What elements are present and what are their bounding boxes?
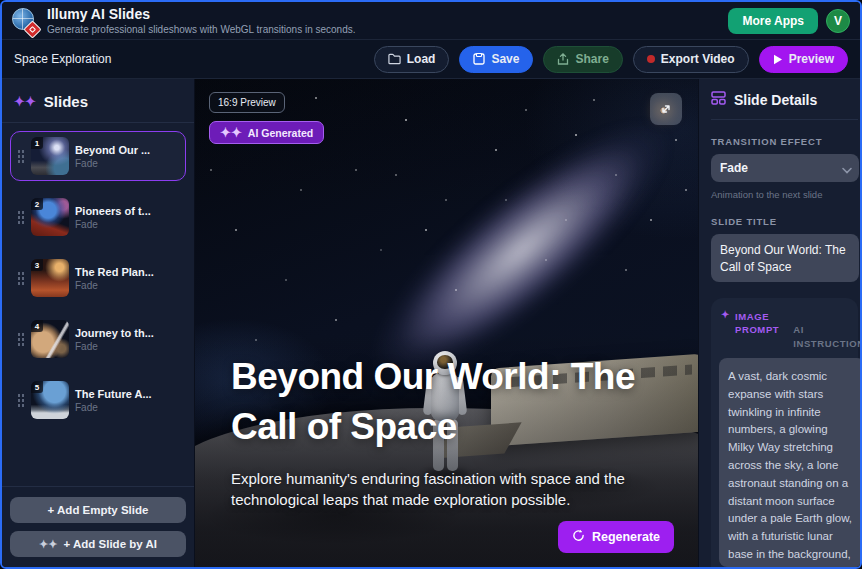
slide-item-transition: Fade [75, 341, 154, 352]
slide-thumbnail: 1 [31, 137, 69, 175]
slide-number-badge: 5 [31, 381, 43, 393]
slide-item-transition: Fade [75, 402, 152, 413]
slide-title-label: SLIDE TITLE [711, 216, 860, 227]
prompt-tabs: ✦ IMAGE PROMPT AI INSTRUCTIONS [719, 308, 850, 358]
slide-list-item-3[interactable]: 3 The Red Plan... Fade [10, 253, 186, 303]
project-name: Space Exploration [14, 52, 111, 66]
export-video-button[interactable]: Export Video [633, 46, 749, 73]
transition-select[interactable]: Fade [711, 154, 859, 182]
slide-list-item-1[interactable]: 1 Beyond Our ... Fade [10, 131, 186, 181]
preview-button[interactable]: Preview [759, 46, 848, 73]
app-logo-icon [12, 8, 38, 34]
save-button[interactable]: Save [459, 46, 533, 73]
app-header: Illumy AI Slides Generate professional s… [2, 2, 860, 40]
slide-item-title: Journey to th... [75, 327, 154, 339]
slides-panel-footer: + Add Empty Slide ✦✦ + Add Slide by AI [2, 486, 194, 567]
sparkles-icon: ✦✦ [39, 539, 57, 550]
slide-headline: Beyond Our World: The Call of Space [231, 352, 651, 452]
play-icon [773, 54, 783, 65]
refresh-icon [572, 529, 585, 545]
sparkles-icon: ✦✦ [14, 95, 36, 108]
avatar[interactable]: V [826, 9, 850, 33]
slide-thumbnail: 5 [31, 381, 69, 419]
drag-handle-icon[interactable] [17, 393, 25, 407]
slide-item-title: The Red Plan... [75, 266, 154, 278]
layout-icon [711, 91, 726, 108]
sparkles-icon: ✦✦ [220, 126, 242, 139]
slide-subtext: Explore humanity's enduring fascination … [231, 468, 631, 512]
prompt-card: ✦ IMAGE PROMPT AI INSTRUCTIONS A vast, d… [711, 298, 858, 567]
transition-effect-label: TRANSITION EFFECT [711, 136, 860, 147]
app-title: Illumy AI Slides [47, 6, 356, 22]
upload-icon [557, 53, 569, 66]
sparkles-icon: ✦ [721, 310, 730, 320]
save-icon [473, 53, 485, 65]
folder-icon [388, 53, 401, 65]
slides-panel-title: Slides [44, 93, 88, 110]
slide-details-header: Slide Details [711, 91, 858, 120]
slide-caption: Beyond Our World: The Call of Space Expl… [231, 352, 674, 553]
slide-details-title: Slide Details [734, 92, 817, 108]
drag-handle-icon[interactable] [17, 210, 25, 224]
slides-panel-header: ✦✦ Slides [2, 79, 194, 123]
slides-sidebar: ✦✦ Slides 1 Beyond Our ... Fade [2, 79, 195, 567]
chevron-down-icon [842, 163, 852, 177]
drag-handle-icon[interactable] [17, 149, 25, 163]
slide-thumbnail: 2 [31, 198, 69, 236]
slide-item-title: Pioneers of t... [75, 205, 151, 217]
slide-item-transition: Fade [75, 219, 151, 230]
drag-handle-icon[interactable] [17, 271, 25, 285]
app-subtitle: Generate professional slideshows with We… [47, 24, 356, 36]
share-button[interactable]: Share [543, 46, 622, 73]
project-toolbar: Space Exploration Load Save Share Export… [2, 40, 860, 79]
slide-number-badge: 2 [31, 198, 43, 210]
slide-details-panel: Slide Details TRANSITION EFFECT Fade Ani… [698, 79, 860, 567]
image-prompt-input[interactable]: A vast, dark cosmic expanse with stars t… [719, 358, 860, 567]
regenerate-button[interactable]: Regenerate [558, 521, 674, 553]
slide-thumbnail: 4 [31, 320, 69, 358]
slide-list-item-4[interactable]: 4 Journey to th... Fade [10, 314, 186, 364]
add-slide-by-ai-button[interactable]: ✦✦ + Add Slide by AI [10, 531, 186, 557]
slide-item-transition: Fade [75, 280, 154, 291]
load-button[interactable]: Load [374, 46, 450, 73]
slide-number-badge: 3 [31, 259, 43, 271]
slide-item-title: The Future A... [75, 388, 152, 400]
fullscreen-expand-button[interactable] [650, 93, 682, 125]
ai-generated-badge: ✦✦ AI Generated [209, 121, 324, 144]
record-dot-icon [647, 55, 655, 63]
slide-title-input[interactable]: Beyond Our World: The Call of Space [711, 234, 859, 282]
add-empty-slide-button[interactable]: + Add Empty Slide [10, 497, 186, 523]
more-apps-button[interactable]: More Apps [728, 8, 818, 34]
slide-preview: 16:9 Preview ✦✦ AI Generated Beyond Our … [195, 79, 698, 567]
slide-list-item-2[interactable]: 2 Pioneers of t... Fade [10, 192, 186, 242]
slide-list-item-5[interactable]: 5 The Future A... Fade [10, 375, 186, 425]
tab-ai-instructions[interactable]: AI INSTRUCTIONS [793, 310, 860, 350]
drag-handle-icon[interactable] [17, 332, 25, 346]
slide-number-badge: 1 [31, 137, 43, 149]
app-window: Illumy AI Slides Generate professional s… [0, 0, 862, 569]
slide-thumbnail: 3 [31, 259, 69, 297]
transition-help-text: Animation to the next slide [711, 189, 860, 200]
slide-item-transition: Fade [75, 158, 150, 169]
slide-item-title: Beyond Our ... [75, 144, 150, 156]
slide-list: 1 Beyond Our ... Fade 2 Pioneers of t...… [2, 123, 194, 486]
app-title-block: Illumy AI Slides Generate professional s… [47, 6, 356, 36]
diagonal-arrows-icon [659, 102, 673, 116]
slide-number-badge: 4 [31, 320, 43, 332]
aspect-ratio-badge: 16:9 Preview [209, 92, 285, 113]
tab-image-prompt[interactable]: ✦ IMAGE PROMPT [721, 310, 779, 337]
